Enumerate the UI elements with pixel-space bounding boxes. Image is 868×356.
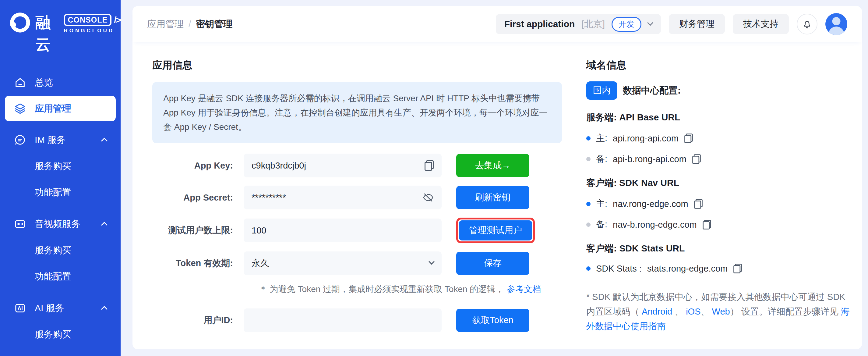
sidebar-item-rtc-config[interactable]: 功能配置 [0,263,121,290]
chat-bubble-icon [14,134,26,146]
sidebar-nav: 总览 应用管理 IM 服务 服务购买 功能配置 [0,69,121,356]
sidebar-item-im-config[interactable]: 功能配置 [0,179,121,205]
sidebar-item-ai-purchase[interactable]: 服务购买 [0,321,121,348]
backup-bullet-icon [586,222,591,227]
app-selector[interactable]: First application [北京] 开发 [496,14,661,34]
sidebar-item-app-management[interactable]: 应用管理 [5,96,116,121]
primary-bullet-icon [586,202,591,206]
sidebar-item-im-purchase[interactable]: 服务购买 [0,153,121,179]
brand-name-cn: 融云 [35,11,59,56]
reference-doc-link[interactable]: 参考文档 [507,285,541,294]
sidebar-item-label: 功能配置 [35,270,71,283]
android-link[interactable]: Android [642,307,672,316]
app-info-description: App Key 是融云 SDK 连接服务器所必需的标识，在调用融云 Server… [152,82,562,143]
code-mark: /> [114,15,121,25]
sdk-stats-heading: 客户端: SDK Stats URL [586,242,851,255]
rongcloud-logo-icon [8,11,30,33]
ios-link[interactable]: iOS [686,307,701,316]
sdk-nav-heading: 客户端: SDK Nav URL [586,177,851,189]
test-user-limit-input[interactable] [252,226,434,236]
get-token-button[interactable]: 获取Token [456,309,529,332]
sidebar-item-label: 应用管理 [35,102,71,115]
breadcrumb-separator: / [188,19,191,29]
user-id-field [244,308,442,332]
app-selector-name: First application [504,19,575,29]
token-expiry-select[interactable]: 永久 [244,251,442,275]
domain-entry: SDK Stats : stats.rong-edge.com [586,263,851,274]
notification-button[interactable] [797,14,817,34]
entry-label: 主: [596,198,607,210]
entry-value: stats.rong-edge.com [647,264,727,274]
manage-test-users-button[interactable]: 管理测试用户 [459,220,532,240]
copy-icon[interactable] [692,154,701,164]
sidebar-item-overview[interactable]: 总览 [0,69,121,96]
go-integrate-button[interactable]: 去集成→ [456,154,529,177]
breadcrumb-current: 密钥管理 [196,18,232,30]
red-annotation-box: 管理测试用户 [456,218,535,243]
chevron-up-icon [101,221,107,228]
app-key-field [244,154,442,177]
home-icon [14,77,26,89]
region-badge: 国内 [586,81,617,100]
token-expiry-label: Token 有效期: [152,257,244,269]
sidebar-item-label: IM 服务 [35,134,66,146]
copy-icon[interactable] [703,220,711,229]
entry-value: nav-b.rong-edge.com [613,220,697,230]
datacenter-footnote: * SDK 默认为北京数据中心，如需要接入其他数据中心可通过 SDK 内置区域码… [586,290,851,333]
test-user-limit-label: 测试用户数上限: [152,224,244,237]
entry-label: 备: [596,153,607,165]
copy-icon[interactable] [684,134,693,143]
finance-button[interactable]: 财务管理 [669,14,725,34]
brand-name-en: RONGCLOUD [64,28,121,34]
brand-logo[interactable]: 融云 CONSOLE /> RONGCLOUD [0,0,121,56]
sidebar-item-label: 功能配置 [35,186,71,199]
entry-label: 备: [596,218,607,231]
copy-icon[interactable] [694,199,703,208]
app-secret-label: App Secret: [152,192,244,203]
domain-info-title: 域名信息 [586,59,851,72]
chevron-up-icon [101,138,107,144]
domain-entry: 备: nav-b.rong-edge.com [586,218,851,231]
entry-label: SDK Stats : [596,264,642,274]
eye-off-icon[interactable] [423,192,434,203]
avatar[interactable] [825,13,847,35]
app-info-title: 应用信息 [152,59,562,72]
web-link[interactable]: Web [712,307,730,316]
breadcrumb-parent[interactable]: 应用管理 [147,18,184,30]
entry-value: nav.rong-edge.com [613,199,688,209]
app-info-form: App Key: 去集成→ App Secret: [152,154,562,332]
domain-info-section: 域名信息 国内 数据中心配置: 服务端: API Base URL 主: api… [586,59,851,333]
sidebar-item-ai-config[interactable]: 功能配置 [0,348,121,356]
chevron-down-icon [429,259,435,265]
chevron-down-icon [647,20,653,26]
sidebar-item-im-service[interactable]: IM 服务 [0,127,121,153]
user-id-row: 用户ID: 获取Token [152,308,562,332]
console-badge: CONSOLE [64,14,112,26]
save-button[interactable]: 保存 [456,252,529,275]
domain-entry: 主: nav.rong-edge.com [586,198,851,210]
token-expiry-row: Token 有效期: 永久 保存 [152,251,562,275]
user-id-input[interactable] [252,316,434,326]
sidebar-item-rtc-service[interactable]: 音视频服务 [0,211,121,237]
bell-icon [802,19,812,29]
primary-bullet-icon [586,136,591,141]
sidebar-item-label: AI 服务 [35,302,64,315]
datacenter-label: 数据中心配置: [623,84,681,97]
app-secret-input[interactable] [252,192,418,203]
copy-icon[interactable] [425,160,434,171]
svg-text:Ai: Ai [18,305,23,312]
sidebar-item-ai-service[interactable]: Ai AI 服务 [0,295,121,321]
page-header: 应用管理 / 密钥管理 First application [北京] 开发 财务… [132,6,862,42]
datacenter-row: 国内 数据中心配置: [586,81,851,100]
sidebar: 融云 CONSOLE /> RONGCLOUD 总览 应用管理 [0,0,121,356]
sidebar-item-rtc-purchase[interactable]: 服务购买 [0,237,121,263]
app-key-input[interactable] [252,160,420,171]
sidebar-item-label: 服务购买 [35,160,71,173]
token-expiry-value: 永久 [252,257,429,269]
refresh-secret-button[interactable]: 刷新密钥 [456,186,529,209]
sidebar-item-label: 功能配置 [35,354,71,356]
api-base-heading: 服务端: API Base URL [586,111,851,124]
entry-label: 主: [596,132,607,145]
copy-icon[interactable] [733,264,742,273]
support-button[interactable]: 技术支持 [733,14,789,34]
